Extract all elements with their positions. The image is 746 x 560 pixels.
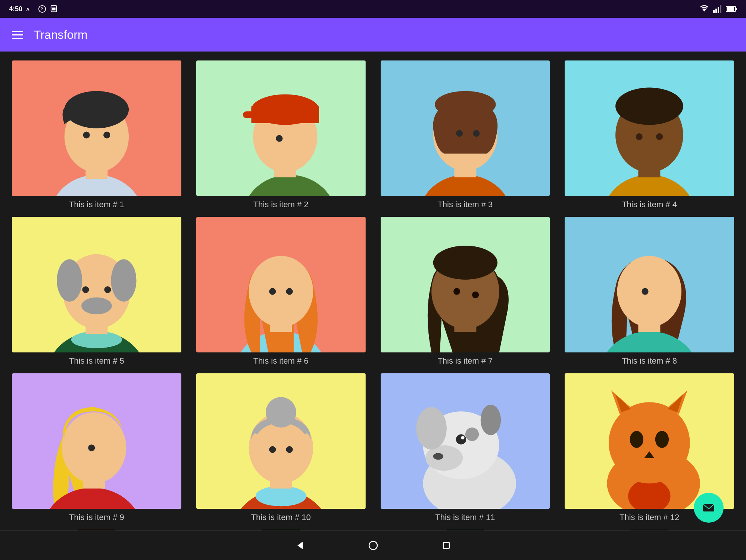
list-item[interactable]: This is item # 5 (12, 217, 181, 366)
svg-point-81 (286, 446, 293, 453)
avatar-card-15[interactable] (381, 530, 550, 530)
avatar-card-1[interactable] (12, 60, 181, 196)
svg-point-87 (480, 405, 500, 435)
item-label-1: This is item # 1 (69, 200, 124, 209)
svg-point-47 (57, 259, 82, 301)
svg-point-89 (461, 436, 464, 439)
svg-point-55 (249, 256, 313, 327)
svg-point-91 (465, 427, 478, 441)
hamburger-button[interactable] (12, 31, 23, 39)
list-item[interactable]: This is item # 2 (196, 60, 366, 209)
svg-point-63 (472, 292, 479, 298)
svg-rect-8 (718, 7, 719, 13)
avatar-card-3[interactable] (381, 60, 550, 196)
svg-point-40 (636, 133, 643, 140)
back-button[interactable] (293, 539, 307, 552)
sim-icon (50, 5, 58, 13)
avatar-card-11[interactable] (381, 373, 550, 509)
svg-point-18 (83, 132, 90, 139)
svg-point-57 (286, 288, 293, 295)
avatar-card-14[interactable] (196, 530, 366, 530)
list-item[interactable] (565, 530, 734, 530)
item-label-12: This is item # 12 (619, 513, 679, 522)
avatar-card-2[interactable] (196, 60, 366, 196)
svg-rect-12 (736, 8, 737, 10)
svg-point-32 (435, 91, 496, 118)
avatar-card-9[interactable] (12, 373, 181, 509)
avatar-card-4[interactable] (565, 60, 734, 196)
svg-point-48 (111, 259, 136, 301)
list-item[interactable]: This is item # 8 (565, 217, 734, 366)
list-item[interactable]: This is item # 9 (12, 373, 181, 522)
wifi-icon (699, 5, 709, 13)
svg-point-41 (656, 133, 663, 140)
item-label-9: This is item # 9 (69, 513, 124, 522)
item-label-7: This is item # 7 (437, 356, 493, 366)
svg-rect-105 (262, 530, 300, 530)
item-label-2: This is item # 2 (253, 200, 309, 209)
svg-point-56 (269, 288, 276, 295)
svg-rect-6 (713, 10, 715, 13)
signal-icon (713, 5, 722, 13)
svg-point-67 (617, 256, 681, 327)
list-item[interactable]: This is item # 3 (381, 60, 550, 209)
item-label-10: This is item # 10 (251, 513, 311, 522)
svg-point-80 (269, 446, 276, 453)
list-item[interactable]: This is item # 1 (12, 60, 181, 209)
svg-point-73 (88, 445, 95, 451)
avatar-card-5[interactable] (12, 217, 181, 352)
item-label-6: This is item # 6 (253, 356, 309, 366)
svg-rect-9 (720, 5, 721, 13)
svg-point-79 (266, 397, 296, 428)
svg-point-51 (104, 286, 111, 293)
svg-marker-5 (702, 9, 706, 12)
notification-icon-a: A (26, 5, 34, 13)
svg-point-39 (615, 88, 683, 125)
item-label-3: This is item # 3 (437, 200, 493, 209)
app-bar: Transform (0, 18, 746, 52)
email-fab[interactable] (694, 493, 724, 523)
svg-point-49 (81, 298, 112, 314)
svg-rect-103 (78, 530, 115, 530)
app-title: Transform (34, 28, 88, 42)
home-button[interactable] (366, 539, 380, 552)
status-right (699, 5, 737, 13)
svg-rect-7 (715, 9, 717, 13)
avatar-card-13[interactable] (12, 530, 181, 530)
svg-rect-108 (631, 530, 668, 530)
avatar-card-16[interactable] (565, 530, 734, 530)
list-item[interactable] (381, 530, 550, 530)
svg-point-101 (655, 431, 669, 448)
svg-point-76 (256, 486, 306, 506)
svg-rect-107 (446, 530, 484, 530)
list-item[interactable]: This is item # 11 (381, 373, 550, 522)
list-item[interactable]: This is item # 7 (381, 217, 550, 366)
svg-rect-11 (727, 7, 734, 11)
item-grid: This is item # 1 (12, 60, 734, 522)
status-bar: 4:50 A P (0, 0, 746, 18)
svg-point-33 (456, 130, 462, 137)
svg-point-88 (456, 434, 466, 444)
avatar-card-7[interactable] (381, 217, 550, 352)
recent-button[interactable] (440, 539, 453, 552)
list-item[interactable] (12, 530, 181, 530)
item-label-11: This is item # 11 (435, 513, 495, 522)
list-item[interactable]: This is item # 10 (196, 373, 366, 522)
svg-text:P: P (40, 7, 43, 11)
svg-marker-110 (297, 542, 303, 549)
item-label-4: This is item # 4 (622, 200, 677, 209)
avatar-card-6[interactable] (196, 217, 366, 352)
list-item[interactable]: This is item # 6 (196, 217, 366, 366)
list-item[interactable]: This is item # 4 (565, 60, 734, 209)
avatar-card-12[interactable] (565, 373, 734, 509)
avatar-card-8[interactable] (565, 217, 734, 352)
svg-text:A: A (26, 7, 29, 12)
list-item[interactable] (196, 530, 366, 530)
svg-point-95 (609, 402, 690, 483)
svg-point-111 (369, 541, 377, 550)
avatar-card-10[interactable] (196, 373, 366, 509)
svg-point-100 (630, 431, 643, 448)
svg-rect-112 (443, 542, 449, 548)
svg-point-44 (71, 331, 122, 348)
svg-rect-26 (243, 111, 268, 118)
